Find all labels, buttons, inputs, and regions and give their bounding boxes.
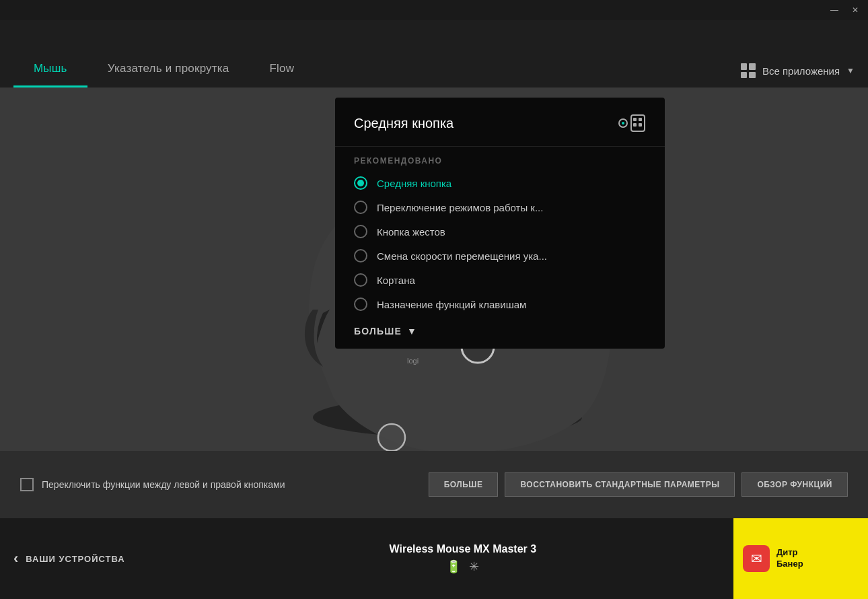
- section-recommended-label: РЕКОМЕНДОВАНО: [335, 147, 665, 171]
- chevron-down-icon: ▼: [407, 326, 417, 337]
- button-config-modal: Средняя кнопка РЕКОМЕНДОВАНО Средняя кно…: [335, 98, 665, 349]
- option-label-middle: Средняя кнопка: [377, 178, 451, 189]
- restore-defaults-button[interactable]: ВОССТАНОВИТЬ СТАНДАРТНЫЕ ПАРАМЕТРЫ: [505, 472, 735, 497]
- option-mode-switch[interactable]: Переключение режимов работы к...: [335, 195, 665, 219]
- option-label-mode: Переключение режимов работы к...: [377, 202, 543, 213]
- notif-app-icon: ✉: [743, 545, 770, 572]
- svg-rect-13: [639, 123, 642, 127]
- modal-header: Средняя кнопка: [335, 98, 665, 147]
- more-label: БОЛЬШЕ: [354, 326, 402, 337]
- device-name: Wireless Mouse MX Master 3: [390, 543, 537, 555]
- connection-icon: ✳: [469, 559, 479, 574]
- device-icons: 🔋 ✳: [446, 559, 479, 574]
- close-button[interactable]: ✕: [848, 4, 863, 16]
- svg-point-8: [622, 122, 624, 125]
- chevron-down-icon: ▼: [846, 66, 855, 75]
- option-cortana[interactable]: Кортана: [335, 268, 665, 292]
- svg-rect-10: [633, 118, 637, 121]
- option-label-assign: Назначение функций клавишам: [377, 299, 526, 310]
- apps-selector[interactable]: Все приложения ▼: [741, 63, 855, 87]
- nav-bar: Мышь Указатель и прокрутка Flow Все прил…: [0, 20, 868, 87]
- notif-sub: Банер: [776, 559, 803, 570]
- modal-icon-area: [616, 112, 646, 134]
- checkbox-icon[interactable]: [20, 478, 34, 491]
- title-bar: — ✕: [0, 0, 868, 20]
- minimize-button[interactable]: —: [826, 4, 842, 16]
- swap-buttons-checkbox[interactable]: Переключить функции между левой и правой…: [20, 478, 285, 491]
- radio-unselected-icon: [354, 201, 367, 214]
- notif-content: Дитр Банер: [776, 547, 803, 570]
- tab-flow[interactable]: Flow: [249, 50, 314, 87]
- svg-rect-9: [631, 115, 645, 131]
- radio-inner-dot: [357, 180, 364, 186]
- back-label: ВАШИ УСТРОЙСТВА: [26, 554, 124, 564]
- option-gesture[interactable]: Кнопка жестов: [335, 219, 665, 244]
- checkbox-label: Переключить функции между левой и правой…: [42, 479, 285, 490]
- device-info: Wireless Mouse MX Master 3 🔋 ✳: [125, 543, 801, 574]
- back-to-devices-button[interactable]: ‹ ВАШИ УСТРОЙСТВА: [13, 550, 125, 567]
- more-button[interactable]: БОЛЬШЕ ▼: [335, 316, 665, 342]
- grid-icon: [741, 63, 756, 78]
- tab-mouse[interactable]: Мышь: [13, 50, 87, 87]
- function-overview-button[interactable]: ОБЗОР ФУНКЦИЙ: [742, 472, 848, 497]
- bottom-buttons: БОЛЬШЕ ВОССТАНОВИТЬ СТАНДАРТНЫЕ ПАРАМЕТР…: [429, 472, 848, 497]
- modal-icon-svg: [616, 112, 646, 134]
- modal-title: Средняя кнопка: [354, 116, 454, 131]
- svg-point-6: [378, 424, 405, 451]
- option-middle-button[interactable]: Средняя кнопка: [335, 171, 665, 195]
- radio-unselected-icon: [354, 297, 367, 311]
- nav-tabs: Мышь Указатель и прокрутка Flow: [13, 50, 741, 87]
- notif-app-name: Дитр: [776, 547, 803, 559]
- more-button[interactable]: БОЛЬШЕ: [429, 472, 499, 497]
- notification-panel[interactable]: ✉ Дитр Банер: [733, 518, 868, 599]
- svg-text:logi: logi: [407, 357, 419, 365]
- battery-icon: 🔋: [446, 559, 461, 574]
- option-speed[interactable]: Смена скорости перемещения ука...: [335, 244, 665, 268]
- back-arrow-icon: ‹: [13, 550, 19, 567]
- radio-unselected-icon: [354, 249, 367, 262]
- option-label-cortana: Кортана: [377, 275, 415, 286]
- option-label-speed: Смена скорости перемещения ука...: [377, 250, 547, 262]
- radio-selected-icon: [354, 176, 367, 190]
- tab-pointer[interactable]: Указатель и прокрутка: [87, 50, 250, 87]
- apps-label: Все приложения: [762, 65, 840, 77]
- option-assign[interactable]: Назначение функций клавишам: [335, 292, 665, 316]
- svg-rect-11: [639, 118, 642, 121]
- radio-unselected-icon: [354, 273, 367, 287]
- mail-icon: ✉: [751, 551, 762, 567]
- option-label-gesture: Кнопка жестов: [377, 226, 445, 238]
- radio-unselected-icon: [354, 225, 367, 238]
- bottom-bar: Переключить функции между левой и правой…: [0, 451, 868, 518]
- svg-rect-12: [633, 123, 637, 127]
